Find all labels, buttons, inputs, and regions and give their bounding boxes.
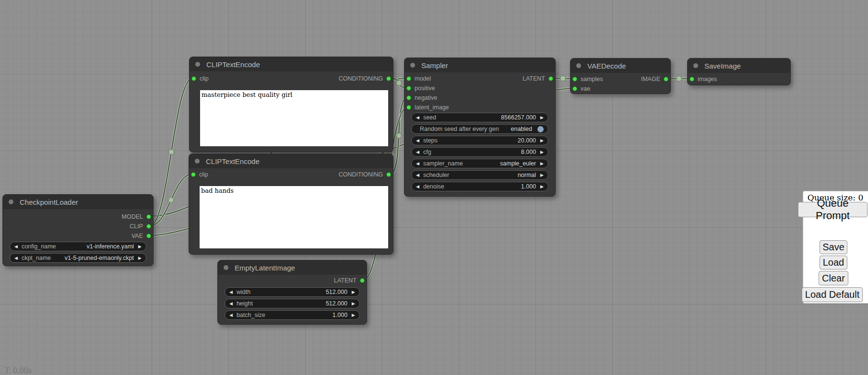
widget-label: Random seed after every gen [420, 126, 499, 132]
input-port-images[interactable] [690, 77, 694, 82]
widget-config-name[interactable]: ◀ config_name v1-inference.yaml ▶ [10, 242, 146, 251]
increment-arrow-icon[interactable]: ▶ [540, 139, 544, 143]
input-label-negative: negative [415, 94, 437, 101]
node-title: SaveImage [704, 62, 741, 70]
node-cliptextencode-negative[interactable]: CLIPTextEncode clip CONDITIONING bad han… [189, 153, 393, 255]
node-titlebar[interactable]: EmptyLatentImage [218, 260, 367, 275]
input-port-positive[interactable] [406, 86, 411, 91]
collapse-toggle-dot[interactable] [9, 199, 13, 204]
input-label-positive: positive [415, 85, 435, 92]
node-titlebar[interactable]: CLIPTextEncode [190, 57, 393, 71]
node-sampler[interactable]: Sampler model LATENT positive negative l… [404, 58, 556, 197]
widget-label: batch_size [237, 312, 265, 318]
decrement-arrow-icon[interactable]: ◀ [416, 139, 419, 143]
positive-prompt-textarea[interactable]: masterpiece best quality girl [200, 90, 388, 146]
save-button[interactable]: Save [820, 240, 847, 254]
widget-value: 8566257.000 [501, 114, 536, 121]
increment-arrow-icon[interactable]: ▶ [138, 245, 142, 249]
widget-ckpt-name[interactable]: ◀ ckpt_name v1-5-pruned-emaonly.ckpt ▶ [10, 253, 146, 263]
widget-value: 1.000 [333, 312, 347, 318]
decrement-arrow-icon[interactable]: ◀ [14, 245, 18, 249]
output-port-vae[interactable] [146, 234, 151, 238]
load-button[interactable]: Load [820, 256, 847, 270]
link-midpoint-dot[interactable] [169, 150, 174, 155]
collapse-toggle-dot[interactable] [224, 265, 228, 270]
link-midpoint-dot[interactable] [396, 133, 402, 139]
node-titlebar[interactable]: SaveImage [688, 59, 790, 73]
input-label-vae: vae [581, 85, 590, 92]
widget-seed[interactable]: ◀ seed 8566257.000 ▶ [411, 113, 548, 122]
widget-label: scheduler [423, 172, 449, 178]
input-port-samples[interactable] [572, 77, 577, 82]
collapse-toggle-dot[interactable] [195, 62, 200, 67]
input-port-latent-image[interactable] [406, 105, 411, 110]
node-vaedecode[interactable]: VAEDecode samples IMAGE vae [570, 58, 671, 94]
widget-width[interactable]: ◀ width 512.000 ▶ [225, 287, 360, 297]
widget-steps[interactable]: ◀ steps 20.000 ▶ [411, 136, 548, 145]
output-port-model[interactable] [146, 214, 151, 219]
link-midpoint-dot[interactable] [560, 76, 566, 81]
node-checkpointloader[interactable]: CheckpointLoader MODEL CLIP VAE ◀ config… [2, 194, 154, 266]
widget-value: 20.000 [518, 137, 536, 144]
increment-arrow-icon[interactable]: ▶ [540, 185, 544, 189]
node-titlebar[interactable]: CheckpointLoader [3, 195, 153, 209]
node-saveimage[interactable]: SaveImage images [687, 58, 791, 85]
decrement-arrow-icon[interactable]: ◀ [416, 173, 419, 177]
input-port-negative[interactable] [406, 95, 411, 100]
decrement-arrow-icon[interactable]: ◀ [229, 290, 233, 294]
output-port-latent[interactable] [360, 278, 365, 283]
node-title: CLIPTextEncode [206, 60, 260, 69]
increment-arrow-icon[interactable]: ▶ [540, 116, 544, 120]
input-port-model[interactable] [406, 76, 411, 81]
link-midpoint-dot[interactable] [168, 198, 174, 203]
node-cliptextencode-positive[interactable]: CLIPTextEncode clip CONDITIONING masterp… [189, 57, 393, 152]
increment-arrow-icon[interactable]: ▶ [352, 313, 355, 317]
increment-arrow-icon[interactable]: ▶ [352, 290, 355, 294]
output-port-clip[interactable] [146, 224, 151, 229]
widget-height[interactable]: ◀ height 512.000 ▶ [225, 299, 360, 308]
increment-arrow-icon[interactable]: ▶ [138, 256, 142, 260]
widget-denoise[interactable]: ◀ denoise 1.000 ▶ [411, 182, 548, 191]
negative-prompt-textarea[interactable]: bad hands [200, 186, 388, 248]
node-titlebar[interactable]: Sampler [404, 58, 555, 72]
increment-arrow-icon[interactable]: ▶ [540, 162, 544, 166]
node-emptylatentimage[interactable]: EmptyLatentImage LATENT ◀ width 512.000 … [217, 260, 367, 325]
widget-value: 512.000 [326, 289, 347, 295]
increment-arrow-icon[interactable]: ▶ [352, 302, 355, 306]
output-label-conditioning: CONDITIONING [339, 171, 383, 178]
output-port-image[interactable] [664, 77, 668, 82]
input-port-clip[interactable] [191, 172, 196, 177]
toggle-knob-icon[interactable] [537, 126, 544, 132]
decrement-arrow-icon[interactable]: ◀ [416, 162, 419, 166]
increment-arrow-icon[interactable]: ▶ [540, 173, 544, 177]
widget-random-seed-toggle[interactable]: Random seed after every gen enabled [411, 124, 548, 134]
node-titlebar[interactable]: CLIPTextEncode [189, 154, 393, 168]
collapse-toggle-dot[interactable] [576, 63, 581, 68]
decrement-arrow-icon[interactable]: ◀ [14, 256, 18, 260]
collapse-toggle-dot[interactable] [410, 63, 415, 68]
collapse-toggle-dot[interactable] [195, 159, 200, 164]
queue-prompt-button[interactable]: Queue Prompt [798, 202, 868, 217]
node-titlebar[interactable]: VAEDecode [571, 59, 670, 73]
link-midpoint-dot[interactable] [396, 81, 402, 86]
input-port-clip[interactable] [191, 76, 196, 81]
decrement-arrow-icon[interactable]: ◀ [416, 185, 419, 189]
widget-batch-size[interactable]: ◀ batch_size 1.000 ▶ [225, 310, 360, 320]
widget-value: enabled [511, 126, 533, 132]
output-port-conditioning[interactable] [386, 76, 391, 81]
link-midpoint-dot[interactable] [677, 76, 682, 82]
decrement-arrow-icon[interactable]: ◀ [229, 302, 233, 306]
output-port-latent[interactable] [548, 76, 553, 81]
widget-scheduler[interactable]: ◀ scheduler normal ▶ [411, 170, 548, 180]
widget-cfg[interactable]: ◀ cfg 8.000 ▶ [411, 147, 548, 157]
load-default-button[interactable]: Load Default [802, 287, 863, 302]
input-port-vae[interactable] [572, 86, 577, 91]
clear-button[interactable]: Clear [819, 271, 848, 285]
output-port-conditioning[interactable] [386, 172, 391, 177]
decrement-arrow-icon[interactable]: ◀ [229, 313, 233, 317]
decrement-arrow-icon[interactable]: ◀ [416, 116, 419, 120]
collapse-toggle-dot[interactable] [693, 63, 698, 68]
widget-sampler-name[interactable]: ◀ sampler_name sample_euler ▶ [411, 159, 548, 168]
increment-arrow-icon[interactable]: ▶ [540, 150, 544, 154]
decrement-arrow-icon[interactable]: ◀ [416, 150, 419, 154]
